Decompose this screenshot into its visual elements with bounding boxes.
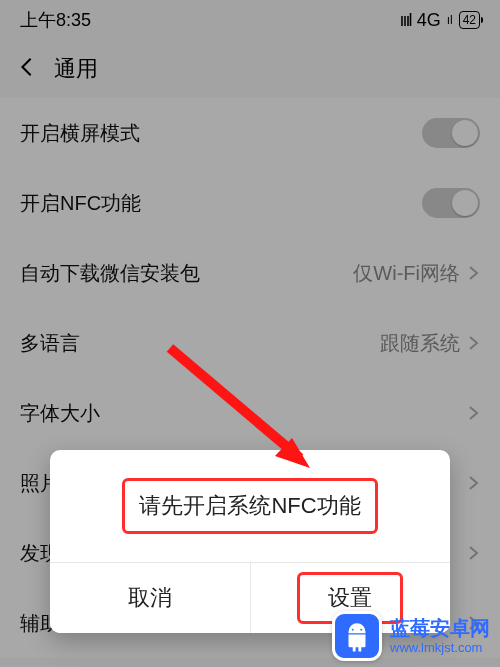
cancel-button[interactable]: 取消	[50, 563, 250, 633]
watermark-url: www.lmkjst.com	[390, 640, 490, 656]
android-icon	[332, 611, 382, 661]
modal-overlay[interactable]: 请先开启系统NFC功能 取消 设置	[0, 0, 500, 667]
watermark: 蓝莓安卓网 www.lmkjst.com	[332, 611, 490, 661]
watermark-name: 蓝莓安卓网	[390, 616, 490, 640]
screen: 上午8:35 ıııl 4G ıl 42 通用 开启横屏模式 开启NFC功能 自…	[0, 0, 500, 667]
cancel-label: 取消	[100, 575, 200, 621]
dialog-title: 请先开启系统NFC功能	[122, 478, 377, 534]
dialog: 请先开启系统NFC功能 取消 设置	[50, 450, 450, 633]
